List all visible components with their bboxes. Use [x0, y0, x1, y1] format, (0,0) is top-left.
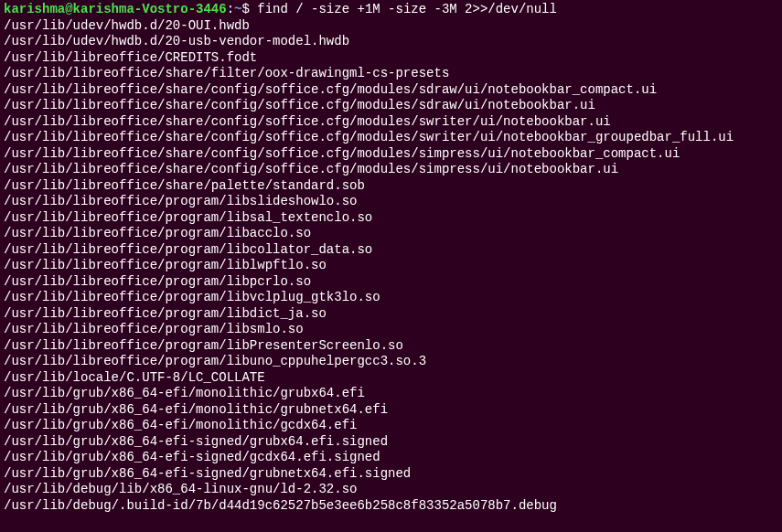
output-line: /usr/lib/libreoffice/share/config/soffic… [4, 114, 778, 131]
prompt-user-host: karishma@karishma-Vostro-3446 [4, 2, 227, 16]
output-line: /usr/lib/grub/x86_64-efi-signed/grubx64.… [4, 434, 778, 451]
terminal-output: /usr/lib/udev/hwdb.d/20-OUI.hwdb/usr/lib… [4, 18, 778, 515]
output-line: /usr/lib/libreoffice/program/libpcrlo.so [4, 274, 778, 291]
output-line: /usr/lib/libreoffice/share/config/soffic… [4, 98, 778, 114]
prompt-colon: : [227, 2, 234, 16]
terminal-window[interactable]: karishma@karishma-Vostro-3446:~$ find / … [4, 2, 778, 514]
prompt-line: karishma@karishma-Vostro-3446:~$ find / … [4, 2, 778, 18]
output-line: /usr/lib/libreoffice/share/config/soffic… [4, 82, 778, 99]
output-line: /usr/lib/grub/x86_64-efi-signed/grubnetx… [4, 466, 778, 483]
output-line: /usr/lib/grub/x86_64-efi/monolithic/grub… [4, 386, 778, 402]
output-line: /usr/lib/libreoffice/CREDITS.fodt [4, 50, 778, 67]
output-line: /usr/lib/grub/x86_64-efi/monolithic/gcdx… [4, 418, 778, 434]
output-line: /usr/lib/libreoffice/program/libuno_cppu… [4, 354, 778, 370]
output-line: /usr/lib/libreoffice/program/libPresente… [4, 338, 778, 355]
output-line: /usr/lib/libreoffice/share/config/soffic… [4, 146, 778, 163]
output-line: /usr/lib/debug/lib/x86_64-linux-gnu/ld-2… [4, 482, 778, 498]
output-line: /usr/lib/libreoffice/share/config/soffic… [4, 162, 778, 178]
output-line: /usr/lib/udev/hwdb.d/20-OUI.hwdb [4, 18, 778, 35]
output-line: /usr/lib/libreoffice/program/libacclo.so [4, 226, 778, 242]
output-line: /usr/lib/libreoffice/program/libcollator… [4, 242, 778, 259]
command-text: find / -size +1M -size -3M 2>>/dev/null [250, 2, 557, 16]
output-line: /usr/lib/libreoffice/share/config/soffic… [4, 130, 778, 146]
output-line: /usr/lib/libreoffice/share/palette/stand… [4, 178, 778, 195]
prompt-dollar: $ [241, 2, 249, 16]
output-line: /usr/lib/libreoffice/program/liblwpftlo.… [4, 258, 778, 274]
output-line: /usr/lib/libreoffice/program/libsmlo.so [4, 322, 778, 338]
output-line: /usr/lib/grub/x86_64-efi/monolithic/grub… [4, 402, 778, 419]
output-line: /usr/lib/libreoffice/program/libsal_text… [4, 210, 778, 227]
output-line: /usr/lib/locale/C.UTF-8/LC_COLLATE [4, 370, 778, 387]
output-line: /usr/lib/libreoffice/program/libdict_ja.… [4, 306, 778, 323]
output-line: /usr/lib/debug/.build-id/7b/d44d19c62527… [4, 498, 778, 515]
output-line: /usr/lib/udev/hwdb.d/20-usb-vendor-model… [4, 34, 778, 50]
output-line: /usr/lib/libreoffice/program/libvclplug_… [4, 290, 778, 306]
output-line: /usr/lib/libreoffice/program/libslidesho… [4, 194, 778, 210]
output-line: /usr/lib/libreoffice/share/filter/oox-dr… [4, 66, 778, 82]
output-line: /usr/lib/grub/x86_64-efi-signed/gcdx64.e… [4, 450, 778, 466]
